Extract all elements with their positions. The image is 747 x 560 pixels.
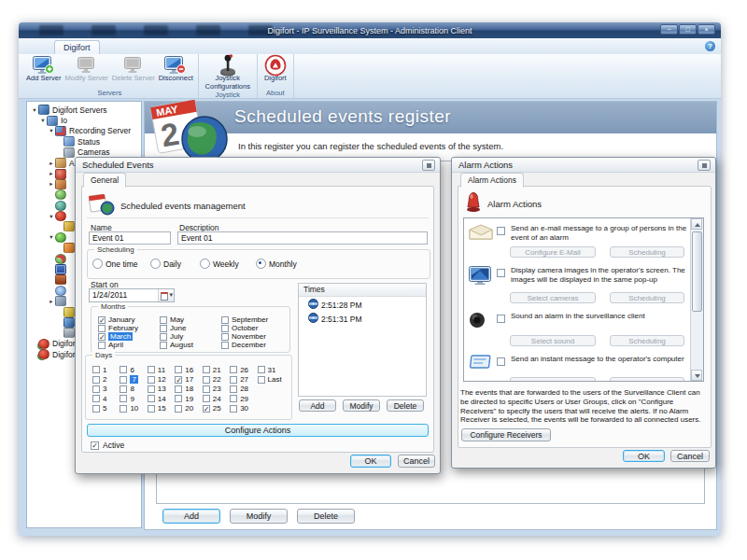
description-field[interactable] (177, 231, 428, 245)
scroll-up-icon[interactable] (691, 218, 702, 230)
month-checkbox-july[interactable]: July (160, 332, 221, 341)
digifort-button[interactable]: Digifort (261, 55, 290, 89)
day-checkbox-3[interactable]: 3 (92, 385, 120, 394)
month-checkbox-august[interactable]: August (160, 341, 221, 349)
tab-general[interactable]: General (83, 173, 126, 188)
day-checkbox-5[interactable]: 5 (92, 404, 120, 413)
day-checkbox-25[interactable]: ✓25 (203, 404, 230, 413)
scheduling-button[interactable]: Scheduling (610, 377, 684, 381)
tree-item-digifort-servers[interactable]: ▾Digifort Servers (27, 105, 141, 115)
action-checkbox[interactable] (497, 357, 505, 366)
scheduling-button[interactable]: Scheduling (610, 292, 684, 303)
radio-monthly[interactable]: Monthly (256, 259, 297, 269)
scroll-down-icon[interactable] (691, 370, 702, 381)
day-checkbox-13[interactable]: 13 (148, 385, 175, 394)
start-on-date-field[interactable]: 1/24/2011 (89, 288, 175, 302)
select-cameras-button[interactable]: Select cameras (510, 292, 596, 303)
radio-weekly[interactable]: Weekly (200, 259, 256, 269)
month-checkbox-may[interactable]: May (160, 315, 221, 324)
ok-button[interactable]: OK (623, 450, 665, 462)
calendar-dropdown-icon[interactable] (158, 289, 174, 301)
configure-e-mail-button[interactable]: Configure E-Mail (510, 246, 596, 258)
day-checkbox-23[interactable]: 23 (203, 385, 230, 394)
day-checkbox-4[interactable]: 4 (92, 394, 120, 403)
month-checkbox-december[interactable]: December (221, 341, 283, 349)
action-checkbox[interactable] (497, 315, 505, 323)
day-checkbox-21[interactable]: 21 (203, 365, 230, 374)
cancel-button[interactable]: Cancel (398, 455, 435, 468)
day-checkbox-15[interactable]: 15 (148, 404, 175, 413)
configure-actions-button[interactable]: Configure Actions (87, 424, 429, 437)
time-entry[interactable]: 2:51:28 PM (299, 297, 426, 311)
scheduling-button[interactable]: Scheduling (610, 335, 684, 346)
delete-time-button[interactable]: Delete (387, 399, 424, 412)
day-checkbox-7[interactable]: 7 (120, 374, 147, 384)
delete-button[interactable]: Delete (297, 509, 355, 524)
day-checkbox-10[interactable]: 10 (120, 404, 147, 413)
month-checkbox-november[interactable]: November (221, 332, 283, 341)
month-checkbox-june[interactable]: June (160, 324, 221, 332)
tree-item-status[interactable]: Status (27, 136, 141, 147)
tree-item-recording-server[interactable]: ▾Recording Server (27, 126, 141, 136)
action-checkbox[interactable] (497, 227, 505, 235)
day-checkbox-29[interactable]: 29 (230, 394, 257, 403)
tab-digifort[interactable]: Digifort (54, 40, 100, 55)
action-checkbox[interactable] (497, 269, 505, 277)
day-checkbox-17[interactable]: ✓17 (175, 374, 202, 384)
day-checkbox-24[interactable]: 24 (203, 394, 230, 403)
active-checkbox[interactable]: ✓ Active (91, 441, 124, 450)
add-time-button[interactable]: Add (299, 399, 336, 412)
day-checkbox-22[interactable]: 22 (203, 374, 230, 384)
day-checkbox-27[interactable]: 27 (230, 374, 257, 384)
close-icon[interactable] (422, 160, 435, 171)
day-checkbox-30[interactable]: 30 (230, 404, 257, 413)
add-server-button[interactable]: Add Server (24, 55, 63, 89)
close-button[interactable]: × (698, 24, 715, 35)
time-entry[interactable]: 2:51:31 PM (299, 311, 426, 325)
day-checkbox-26[interactable]: 26 (230, 365, 257, 374)
cancel-button[interactable]: Cancel (670, 450, 710, 462)
day-checkbox-last[interactable]: Last (258, 374, 285, 384)
minimize-button[interactable]: − (660, 24, 678, 35)
tab-alarm-actions[interactable]: Alarm Actions (460, 173, 524, 188)
modify-time-button[interactable]: Modify (343, 399, 380, 412)
day-checkbox-6[interactable]: 6 (120, 365, 147, 374)
joystick-configurations-button[interactable]: Joystick Configurations (202, 55, 254, 91)
ok-button[interactable]: OK (350, 455, 391, 468)
tree-item-io[interactable]: ▾Io (27, 115, 141, 125)
month-checkbox-september[interactable]: September (221, 315, 283, 324)
day-checkbox-16[interactable]: 16 (175, 365, 202, 374)
day-checkbox-8[interactable]: 8 (120, 385, 147, 394)
help-icon[interactable]: ? (705, 41, 715, 51)
day-checkbox-19[interactable]: 19 (175, 394, 202, 403)
scrollbar[interactable] (690, 218, 703, 381)
times-list[interactable]: 2:51:28 PM2:51:31 PM (299, 297, 426, 325)
month-checkbox-april[interactable]: April (98, 341, 160, 349)
month-checkbox-february[interactable]: February (98, 324, 160, 332)
day-checkbox-12[interactable]: 12 (148, 374, 175, 384)
day-checkbox-28[interactable]: 28 (230, 385, 257, 394)
day-checkbox-2[interactable]: 2 (92, 374, 120, 384)
day-checkbox-1[interactable]: 1 (92, 365, 120, 374)
day-checkbox-18[interactable]: 18 (175, 385, 202, 394)
radio-daily[interactable]: Daily (150, 259, 200, 269)
select-sound-button[interactable]: Select sound (510, 335, 596, 346)
add-button[interactable]: Add (162, 509, 220, 524)
scrollbar-thumb[interactable] (692, 231, 702, 312)
disconnect-button[interactable]: Disconnect (157, 55, 195, 89)
configure-message-button[interactable]: Configure Message (510, 377, 596, 381)
maximize-button[interactable]: □ (679, 24, 697, 35)
day-checkbox-9[interactable]: 9 (120, 394, 147, 403)
day-checkbox-31[interactable]: 31 (258, 365, 285, 374)
close-icon[interactable] (698, 160, 711, 171)
configure-receivers-button[interactable]: Configure Receivers (461, 428, 551, 441)
day-checkbox-11[interactable]: 11 (148, 365, 175, 374)
modify-button[interactable]: Modify (230, 509, 288, 524)
day-checkbox-20[interactable]: 20 (175, 404, 202, 413)
radio-one-time[interactable]: One time (92, 259, 150, 269)
month-checkbox-october[interactable]: October (221, 324, 283, 332)
month-checkbox-january[interactable]: ✓January (98, 315, 160, 324)
scheduling-button[interactable]: Scheduling (610, 246, 684, 258)
name-field[interactable] (89, 231, 171, 245)
month-checkbox-march[interactable]: ✓March (98, 332, 160, 341)
